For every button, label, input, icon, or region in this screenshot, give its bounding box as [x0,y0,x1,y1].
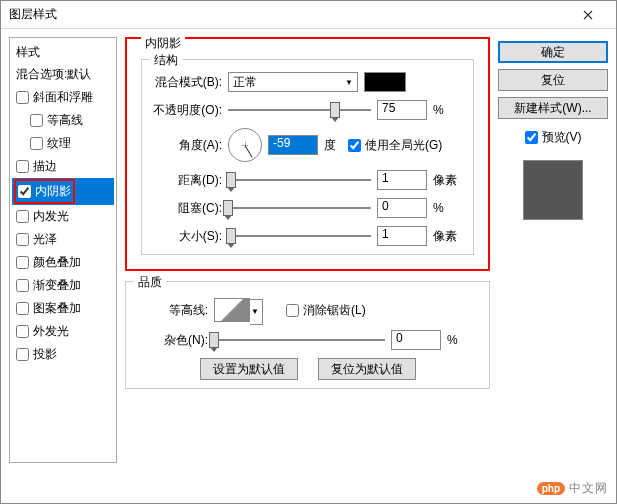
size-slider[interactable] [228,226,371,246]
style-label-0: 斜面和浮雕 [33,89,93,106]
size-input[interactable]: 1 [377,226,427,246]
style-check-3[interactable] [16,160,29,173]
contour-label: 等高线: [138,302,208,319]
style-label-10: 外发光 [33,323,69,340]
antialias-check[interactable] [286,304,299,317]
size-label: 大小(S): [152,228,222,245]
distance-label: 距离(D): [152,172,222,189]
reset-button[interactable]: 复位 [498,69,608,91]
structure-title: 结构 [150,52,182,69]
blend-mode-combo[interactable]: 正常 ▼ [228,72,358,92]
antialias-label: 消除锯齿(L) [303,302,366,319]
preview-swatch [523,160,583,220]
style-label-1: 等高线 [47,112,83,129]
titlebar: 图层样式 [1,1,616,29]
reset-default-button[interactable]: 复位为默认值 [318,358,416,380]
global-light-checkbox[interactable]: 使用全局光(G) [348,137,442,154]
style-label-5: 内发光 [33,208,69,225]
preview-label: 预览(V) [542,129,582,146]
style-item-5[interactable]: 内发光 [12,205,114,228]
antialias-checkbox[interactable]: 消除锯齿(L) [286,302,366,319]
style-check-1[interactable] [30,114,43,127]
style-check-8[interactable] [16,279,29,292]
style-item-0[interactable]: 斜面和浮雕 [12,86,114,109]
noise-unit: % [447,333,477,347]
style-label-7: 颜色叠加 [33,254,81,271]
style-check-0[interactable] [16,91,29,104]
styles-list-panel: 样式 混合选项:默认 斜面和浮雕等高线纹理描边内阴影内发光光泽颜色叠加渐变叠加图… [9,37,117,463]
style-check-6[interactable] [16,233,29,246]
style-label-11: 投影 [33,346,57,363]
quality-title: 品质 [134,274,166,291]
shadow-color-swatch[interactable] [364,72,406,92]
blend-mode-value: 正常 [233,74,257,91]
choke-slider[interactable] [228,198,371,218]
style-label-3: 描边 [33,158,57,175]
layer-style-dialog: 图层样式 样式 混合选项:默认 斜面和浮雕等高线纹理描边内阴影内发光光泽颜色叠加… [0,0,617,504]
angle-unit: 度 [324,137,336,154]
noise-slider[interactable] [214,330,385,350]
watermark: php 中文网 [537,480,608,497]
opacity-input[interactable]: 75 [377,100,427,120]
style-check-11[interactable] [16,348,29,361]
preview-check[interactable] [525,131,538,144]
style-item-8[interactable]: 渐变叠加 [12,274,114,297]
distance-unit: 像素 [433,172,463,189]
styles-title: 样式 [12,42,114,63]
noise-label: 杂色(N): [138,332,208,349]
style-item-2[interactable]: 纹理 [12,132,114,155]
style-item-4[interactable]: 内阴影 [12,178,114,205]
size-unit: 像素 [433,228,463,245]
style-item-1[interactable]: 等高线 [12,109,114,132]
structure-group: 结构 混合模式(B): 正常 ▼ 不透明度(O): [141,59,474,255]
opacity-unit: % [433,103,463,117]
ok-button[interactable]: 确定 [498,41,608,63]
angle-label: 角度(A): [152,137,222,154]
window-title: 图层样式 [9,6,568,23]
distance-input[interactable]: 1 [377,170,427,190]
watermark-badge: php [537,482,565,495]
style-label-4: 内阴影 [35,183,71,200]
preview-checkbox[interactable]: 预览(V) [498,129,608,146]
blend-mode-label: 混合模式(B): [152,74,222,91]
inner-shadow-title: 内阴影 [141,35,185,52]
angle-input[interactable]: -59 [268,135,318,155]
style-item-7[interactable]: 颜色叠加 [12,251,114,274]
set-default-button[interactable]: 设置为默认值 [200,358,298,380]
style-check-7[interactable] [16,256,29,269]
blend-options-label: 混合选项:默认 [16,66,91,83]
contour-picker[interactable]: ▼ [214,298,250,322]
global-light-check[interactable] [348,139,361,152]
style-label-6: 光泽 [33,231,57,248]
style-item-11[interactable]: 投影 [12,343,114,366]
opacity-slider[interactable] [228,100,371,120]
chevron-down-icon: ▼ [345,78,353,87]
style-label-9: 图案叠加 [33,300,81,317]
choke-label: 阻塞(C): [152,200,222,217]
blend-options-item[interactable]: 混合选项:默认 [12,63,114,86]
style-item-3[interactable]: 描边 [12,155,114,178]
style-check-9[interactable] [16,302,29,315]
angle-dial[interactable] [228,128,262,162]
new-style-button[interactable]: 新建样式(W)... [498,97,608,119]
style-check-2[interactable] [30,137,43,150]
style-check-4[interactable] [18,185,31,198]
style-label-2: 纹理 [47,135,71,152]
style-item-9[interactable]: 图案叠加 [12,297,114,320]
close-icon [583,10,593,20]
chevron-down-icon: ▼ [251,307,259,316]
dialog-buttons-panel: 确定 复位 新建样式(W)... 预览(V) [498,37,608,463]
close-button[interactable] [568,1,608,29]
distance-slider[interactable] [228,170,371,190]
style-check-10[interactable] [16,325,29,338]
style-item-6[interactable]: 光泽 [12,228,114,251]
highlight-box: 内阴影 结构 混合模式(B): 正常 ▼ 不透明度(O): [125,37,490,271]
noise-input[interactable]: 0 [391,330,441,350]
style-check-5[interactable] [16,210,29,223]
style-item-10[interactable]: 外发光 [12,320,114,343]
global-light-label: 使用全局光(G) [365,137,442,154]
settings-panel: 内阴影 结构 混合模式(B): 正常 ▼ 不透明度(O): [125,37,490,463]
quality-group: 品质 等高线: ▼ 消除锯齿(L) 杂色(N): [125,281,490,389]
choke-input[interactable]: 0 [377,198,427,218]
choke-unit: % [433,201,463,215]
